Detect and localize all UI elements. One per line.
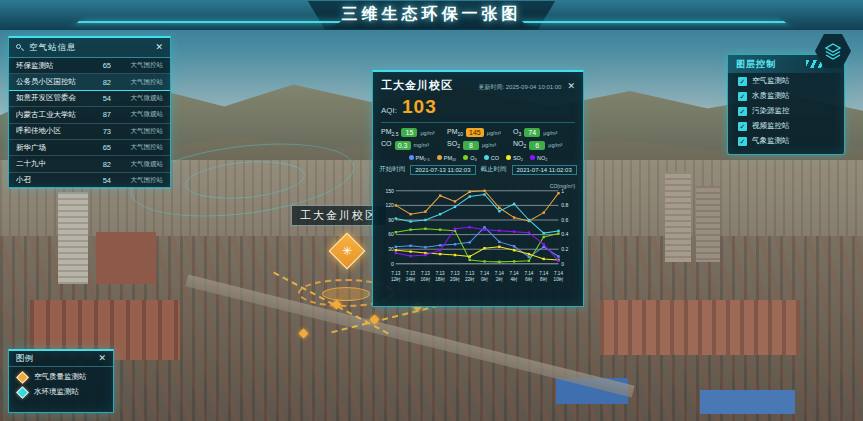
- pollutant-value-badge: 0.3: [395, 141, 411, 150]
- station-name: 二十九中: [16, 159, 89, 169]
- checkbox-checked[interactable]: ✓: [738, 122, 747, 131]
- station-aqi-value: 65: [89, 61, 111, 70]
- station-type: 大气国控站: [111, 176, 163, 185]
- pollutant-label: NO2: [513, 140, 526, 149]
- station-aqi-value: 54: [89, 176, 111, 185]
- update-time: 更新时间: 2025-09-04 10:01:00: [459, 83, 561, 92]
- series-color-dot: [437, 155, 442, 160]
- close-icon[interactable]: ✕: [155, 43, 163, 52]
- search-icon[interactable]: [16, 44, 24, 52]
- aqi-label: AQI:: [381, 106, 397, 115]
- svg-text:60: 60: [388, 231, 394, 237]
- app-header: 三维生态环保一张图: [0, 0, 863, 30]
- header-accent-left: [77, 21, 341, 23]
- chart-legend-item[interactable]: O₃: [463, 155, 477, 161]
- svg-text:7.1314时: 7.1314时: [406, 271, 416, 282]
- pollutant-unit: μg/m³: [482, 142, 496, 148]
- svg-text:90: 90: [388, 217, 394, 223]
- pollutant-o3: O3 74 μg/m³: [513, 128, 575, 137]
- map-legend-panel: 图例 ✕ 空气质量监测站 水环境监测站: [8, 349, 114, 413]
- layer-item[interactable]: ✓ 污染源监控: [728, 103, 844, 118]
- station-row[interactable]: 内蒙古工业大学站 87 大气微观站: [9, 107, 170, 123]
- svg-text:7.142时: 7.142时: [495, 271, 504, 282]
- start-time-label: 开始时间: [379, 165, 405, 174]
- checkbox-checked[interactable]: ✓: [738, 92, 747, 101]
- pollutant-value-badge: 6: [529, 141, 545, 150]
- building-block: [700, 390, 795, 414]
- time-filter: 开始时间 2021-07-13 11:02:03 截止时间 2021-07-14…: [381, 163, 575, 178]
- svg-text:7.1410时: 7.1410时: [554, 271, 564, 282]
- legend-item: 空气质量监测站: [9, 367, 113, 382]
- pollutant-grid: PM2.5 15 μg/m³ PM10 145 μg/m³ O3 74 μg/m…: [381, 123, 575, 152]
- chart-legend-item[interactable]: SO₂: [506, 155, 523, 161]
- end-time-input[interactable]: 2021-07-14 11:02:03: [512, 165, 577, 175]
- series-color-dot: [530, 155, 535, 160]
- series-label: O₃: [470, 155, 477, 161]
- svg-text:0.2: 0.2: [561, 246, 568, 252]
- station-aqi-value: 87: [89, 110, 111, 119]
- checkbox-checked[interactable]: ✓: [738, 137, 747, 146]
- station-row[interactable]: 公务员小区国控站 82 大气国控站: [9, 74, 170, 90]
- station-aqi-value: 73: [89, 127, 111, 136]
- station-row[interactable]: 呼和佳地小区 73 大气国控站: [9, 124, 170, 140]
- series-color-dot: [409, 155, 414, 160]
- station-type: 大气微观站: [111, 110, 163, 119]
- pollutant-label: O3: [513, 128, 521, 137]
- building-block: [665, 172, 691, 262]
- layer-label: 气象监测站: [752, 136, 790, 146]
- station-name: 小召: [16, 175, 89, 185]
- legend-item: 水环境监测站: [9, 382, 113, 397]
- station-row[interactable]: 如意开发区管委会 54 大气微观站: [9, 91, 170, 107]
- close-icon[interactable]: ✕: [98, 354, 106, 363]
- layer-item[interactable]: ✓ 气象监测站: [728, 133, 844, 148]
- station-row[interactable]: 环保监测站 65 大气国控站: [9, 58, 170, 74]
- station-name: 新华广场: [16, 143, 89, 153]
- pollutant-value-badge: 15: [401, 128, 417, 137]
- pollutant-label: CO: [381, 140, 392, 149]
- close-icon[interactable]: ✕: [567, 82, 575, 91]
- station-aqi-value: 65: [89, 143, 111, 152]
- pollutant-unit: mg/m³: [414, 142, 430, 148]
- svg-text:0: 0: [391, 260, 394, 266]
- station-name: 公务员小区国控站: [16, 77, 89, 87]
- station-row[interactable]: 二十九中 82 大气微观站: [9, 156, 170, 172]
- checkbox-checked[interactable]: ✓: [738, 107, 747, 116]
- series-label: CO: [491, 155, 499, 161]
- station-type: 大气国控站: [111, 143, 163, 152]
- title-plate: 三维生态环保一张图: [308, 1, 556, 30]
- svg-text:30: 30: [388, 246, 394, 252]
- building-block: [96, 232, 156, 284]
- svg-text:7.1318时: 7.1318时: [435, 271, 445, 282]
- building-block: [58, 192, 88, 284]
- station-list-panel: 空气站信息 ✕ 环保监测站 65 大气国控站 公务员小区国控站 82 大气国控站…: [8, 36, 171, 188]
- chart-legend-item[interactable]: NO₂: [530, 155, 547, 161]
- layer-control-panel: 图层控制 ✓ 空气监测站 ✓ 水质监测站 ✓ 污染源监控 ✓ 视频监控站 ✓ 气…: [727, 54, 845, 155]
- aqi-trend-chart: CO(mg/m³)00300.2600.4900.61200.815017.13…: [381, 178, 577, 300]
- series-color-dot: [463, 155, 468, 160]
- chart-legend-item[interactable]: PM₁₀: [437, 155, 456, 161]
- header-accent-right: [522, 21, 786, 23]
- legend-item-label: 空气质量监测站: [34, 372, 87, 382]
- start-time-input[interactable]: 2021-07-13 11:02:03: [410, 165, 475, 175]
- checkbox-checked[interactable]: ✓: [738, 77, 747, 86]
- station-panel-header: 空气站信息 ✕: [9, 38, 170, 58]
- chart-legend-item[interactable]: PM₂.₅: [409, 155, 430, 161]
- layer-item[interactable]: ✓ 空气监测站: [728, 73, 844, 88]
- pollutant-no2: NO2 6 μg/m³: [513, 140, 575, 149]
- pollutant-pm10: PM10 145 μg/m³: [447, 128, 509, 137]
- windmill-icon: ✳: [335, 239, 359, 263]
- end-time-label: 截止时间: [481, 165, 507, 174]
- layer-item[interactable]: ✓ 水质监测站: [728, 88, 844, 103]
- layer-item[interactable]: ✓ 视频监控站: [728, 118, 844, 133]
- svg-text:0.6: 0.6: [561, 217, 568, 223]
- station-row[interactable]: 小召 54 大气国控站: [9, 173, 170, 189]
- popup-header: 工大金川校区 更新时间: 2025-09-04 10:01:00 ✕: [381, 78, 575, 93]
- legend-item-label: 水环境监测站: [34, 387, 79, 397]
- chart-legend-item[interactable]: CO: [484, 155, 499, 161]
- app-stage: 工大金川校区 ✳ 三维生态环保一张图 空气站信息 ✕ 环保监测站 65 大气国控…: [0, 0, 863, 421]
- pollutant-pm25: PM2.5 15 μg/m³: [381, 128, 443, 137]
- legend-title: 图例: [16, 353, 98, 365]
- station-name: 呼和佳地小区: [16, 126, 89, 136]
- station-row[interactable]: 新华广场 65 大气国控站: [9, 140, 170, 156]
- series-label: SO₂: [513, 155, 523, 161]
